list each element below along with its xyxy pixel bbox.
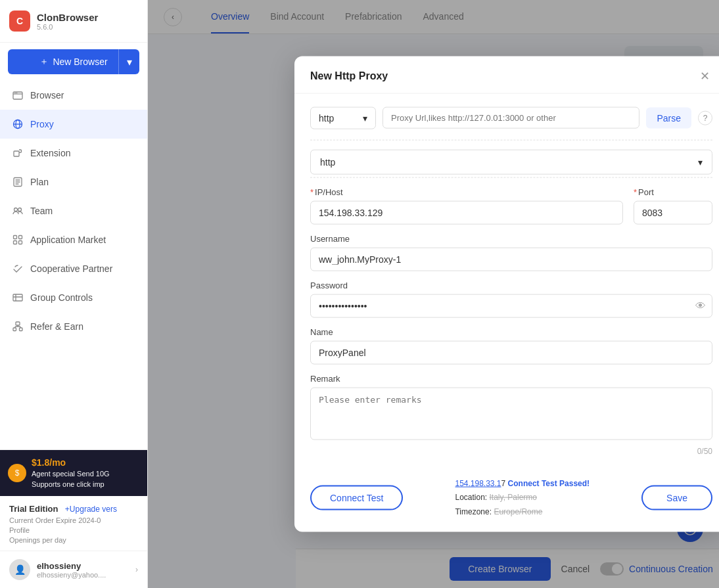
svg-point-7 (14, 208, 18, 212)
svg-rect-9 (14, 236, 17, 239)
test-result-timezone-value: Europe/Rome (494, 507, 542, 516)
username-label: Username (310, 233, 712, 243)
group-controls-icon (12, 292, 24, 304)
sidebar-item-group-controls[interactable]: Group Controls (0, 283, 147, 312)
proxy-url-input[interactable] (383, 107, 639, 129)
new-browser-wrapper: ＋ New Browser ▾ (8, 49, 139, 74)
ip-host-group: *IP/Host (310, 187, 623, 224)
svg-rect-15 (13, 328, 16, 331)
refer-earn-icon (12, 321, 24, 332)
svg-rect-0 (13, 92, 22, 99)
trial-label: Trial Edition (9, 504, 58, 514)
proxy-url-row: http ▾ Parse ? (310, 106, 712, 129)
promo-line1: Agent special Send 10G (32, 469, 110, 479)
modal-header: New Http Proxy ✕ (294, 56, 719, 93)
name-group: Name (310, 327, 712, 364)
proxy-type-value: http (319, 112, 334, 123)
svg-rect-12 (19, 241, 22, 244)
promo-icon: $ (8, 464, 26, 482)
sidebar-item-refer-earn-label: Refer & Earn (30, 321, 83, 332)
sidebar-nav: Browser Proxy Extension Plan Team (0, 81, 147, 341)
promo-line2: Supports one click imp (32, 480, 110, 489)
save-button[interactable]: Save (641, 486, 712, 510)
connect-test-button[interactable]: Connect Test (310, 486, 403, 510)
modal-footer: Connect Test 154.198.33.17 Connect Test … (294, 476, 719, 519)
port-group: *Port (634, 187, 712, 224)
test-result-timezone-label: Timezone: (455, 507, 492, 516)
browser-icon (12, 89, 24, 101)
sidebar: C ClonBrowser 5.6.0 ＋ New Browser ▾ Brow… (0, 0, 148, 588)
new-browser-label: New Browser (53, 57, 107, 67)
protocol-select[interactable]: http ▾ (310, 149, 712, 174)
eye-icon[interactable]: 👁 (695, 300, 706, 311)
parse-button[interactable]: Parse (646, 107, 691, 128)
sidebar-item-refer-earn[interactable]: Refer & Earn (0, 312, 147, 341)
test-result-ip-suffix: 7 (501, 478, 506, 487)
test-result: 154.198.33.17 Connect Test Passed! Locat… (455, 476, 590, 519)
plus-icon: ＋ (39, 56, 49, 68)
sidebar-bottom: $ $1.8/mo Agent special Send 10G Support… (0, 449, 147, 588)
svg-rect-5 (14, 151, 19, 156)
ip-host-label: *IP/Host (310, 187, 623, 196)
password-group: Password 👁 (310, 280, 712, 317)
test-result-ip: 154.198.33.1 (455, 478, 501, 487)
sidebar-item-browser-label: Browser (30, 90, 64, 101)
svg-point-8 (18, 208, 22, 212)
sidebar-item-extension-label: Extension (30, 148, 70, 158)
application-market-icon (12, 234, 24, 246)
test-result-location-value: Italy, Palermo (490, 493, 537, 502)
trial-profile: Profile (9, 526, 138, 534)
app-title: ClonBrowser (37, 12, 98, 23)
name-input[interactable] (310, 340, 712, 364)
svg-point-2 (16, 93, 18, 94)
test-result-status: Connect Test Passed! (508, 478, 590, 487)
user-section[interactable]: 👤 elhossieny elhossieny@yahoo.... › (0, 551, 147, 588)
sidebar-item-team-label: Team (30, 206, 53, 216)
app-version: 5.6.0 (37, 23, 98, 31)
svg-rect-11 (14, 241, 17, 244)
proxy-type-select[interactable]: http ▾ (310, 106, 376, 129)
user-email: elhossieny@yahoo.... (37, 571, 129, 579)
divider-1 (310, 139, 712, 140)
user-avatar: 👤 (9, 559, 30, 580)
sidebar-item-team[interactable]: Team (0, 196, 147, 225)
test-result-location-label: Location: (455, 493, 487, 502)
username-input[interactable] (310, 247, 712, 271)
sidebar-item-proxy[interactable]: Proxy (0, 110, 147, 139)
port-input[interactable] (634, 200, 712, 224)
modal-body: http ▾ Parse ? http ▾ *IP/Host *P (294, 93, 719, 468)
sidebar-item-cooperative-partner-label: Cooperative Partner (30, 263, 112, 274)
sidebar-item-application-market[interactable]: Application Market (0, 225, 147, 254)
remark-label: Remark (310, 373, 712, 383)
password-label: Password (310, 280, 712, 290)
port-label: *Port (634, 187, 712, 196)
sidebar-item-group-controls-label: Group Controls (30, 292, 93, 303)
ip-host-input[interactable] (310, 200, 623, 224)
svg-point-1 (14, 93, 16, 94)
promo-price: $1.8/mo (32, 457, 66, 468)
promo-banner[interactable]: $ $1.8/mo Agent special Send 10G Support… (0, 450, 147, 496)
remark-textarea[interactable] (310, 387, 712, 440)
upgrade-link[interactable]: +Upgrade vers (65, 505, 117, 514)
ip-required-mark: * (310, 187, 313, 196)
password-input[interactable] (310, 294, 712, 317)
sidebar-item-plan-label: Plan (30, 177, 49, 187)
ip-port-row: *IP/Host *Port (310, 187, 712, 224)
name-label: Name (310, 327, 712, 336)
sidebar-item-browser[interactable]: Browser (0, 81, 147, 110)
svg-rect-16 (20, 328, 23, 331)
sidebar-item-cooperative-partner[interactable]: Cooperative Partner (0, 254, 147, 283)
svg-rect-13 (13, 294, 22, 301)
help-icon[interactable]: ? (698, 110, 712, 125)
port-required-mark: * (634, 187, 637, 196)
new-browser-arrow[interactable]: ▾ (118, 49, 139, 74)
plan-icon (12, 176, 24, 188)
modal-close-button[interactable]: ✕ (697, 68, 712, 83)
new-http-proxy-modal: New Http Proxy ✕ http ▾ Parse ? http ▾ *… (294, 56, 719, 532)
username-group: Username (310, 233, 712, 271)
sidebar-item-plan[interactable]: Plan (0, 168, 147, 196)
sidebar-item-extension[interactable]: Extension (0, 139, 147, 168)
protocol-value: http (320, 156, 335, 167)
trial-section: Trial Edition +Upgrade vers Current Orde… (0, 496, 147, 551)
divider-2 (310, 177, 712, 177)
